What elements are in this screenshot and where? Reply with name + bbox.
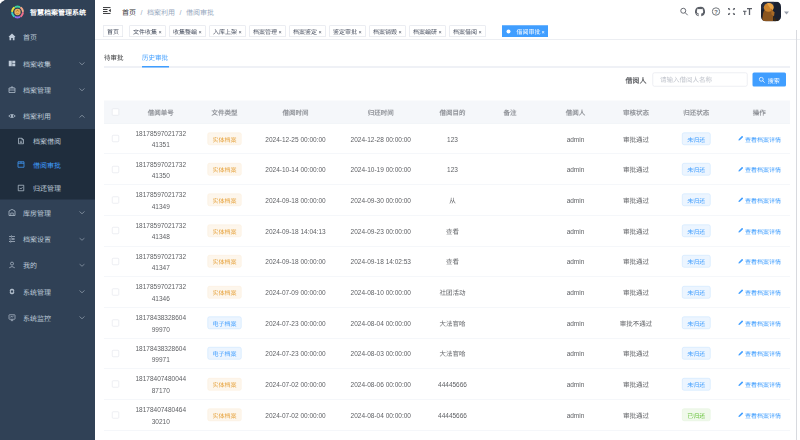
svg-text:?: ? [714, 9, 718, 15]
